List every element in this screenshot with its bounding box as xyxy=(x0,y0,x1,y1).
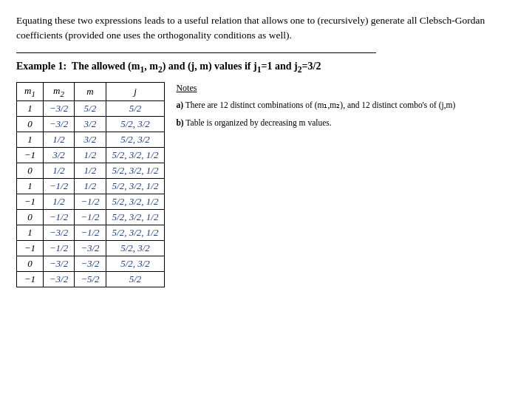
table-cell: 5/2 xyxy=(75,100,106,116)
table-cell: −3/2 xyxy=(43,225,74,240)
table-cell: 5/2, 3/2, 1/2 xyxy=(106,225,165,240)
cg-table: m1 m2 m j 1−3/25/25/20−3/23/25/2, 3/211/… xyxy=(16,82,165,287)
note-text: There are 12 distinct combinations of (m… xyxy=(185,100,456,109)
table-container: m1 m2 m j 1−3/25/25/20−3/23/25/2, 3/211/… xyxy=(16,82,165,287)
table-row: 11/23/25/2, 3/2 xyxy=(17,132,165,147)
table-cell: 3/2 xyxy=(43,147,74,163)
table-cell: 5/2 xyxy=(106,271,165,287)
table-row: 1−3/25/25/2 xyxy=(17,100,165,116)
table-cell: −1/2 xyxy=(75,194,106,209)
header-m: m xyxy=(75,82,106,100)
table-cell: 1/2 xyxy=(75,163,106,178)
example-label: Example 1: The allowed (m1, m2) and (j, … xyxy=(16,61,321,72)
note-text: Table is organized by decreasing m value… xyxy=(185,118,331,127)
note-item: b) Table is organized by decreasing m va… xyxy=(176,117,516,129)
table-cell: 3/2 xyxy=(75,132,106,147)
table-cell: 5/2, 3/2 xyxy=(106,240,165,256)
table-cell: 5/2, 3/2, 1/2 xyxy=(106,178,165,194)
intro-text: Equating these two expressions leads to … xyxy=(16,13,516,42)
table-row: 0−3/23/25/2, 3/2 xyxy=(17,116,165,132)
table-cell: 1/2 xyxy=(75,178,106,194)
table-cell: 0 xyxy=(17,256,44,271)
table-cell: −3/2 xyxy=(75,240,106,256)
table-cell: −1/2 xyxy=(75,209,106,225)
notes-section: Notes a) There are 12 distinct combinati… xyxy=(172,82,516,134)
header-m1: m1 xyxy=(17,82,44,100)
table-cell: 1 xyxy=(17,100,44,116)
table-cell: 5/2 xyxy=(106,100,165,116)
table-cell: −3/2 xyxy=(75,256,106,271)
table-cell: 0 xyxy=(17,116,44,132)
example-title: Example 1: The allowed (m1, m2) and (j, … xyxy=(16,61,516,75)
table-cell: 5/2, 3/2, 1/2 xyxy=(106,163,165,178)
table-cell: −1/2 xyxy=(43,240,74,256)
table-cell: −5/2 xyxy=(75,271,106,287)
header-j: j xyxy=(106,82,165,100)
header-m2: m2 xyxy=(43,82,74,100)
table-cell: −1 xyxy=(17,240,44,256)
table-cell: 5/2, 3/2 xyxy=(106,116,165,132)
note-label: b) xyxy=(176,118,183,127)
table-cell: 5/2, 3/2 xyxy=(106,256,165,271)
table-cell: −3/2 xyxy=(43,116,74,132)
table-cell: 1 xyxy=(17,132,44,147)
intro-paragraph: Equating these two expressions leads to … xyxy=(16,13,516,42)
table-row: 1−3/2−1/25/2, 3/2, 1/2 xyxy=(17,225,165,240)
table-row: 01/21/25/2, 3/2, 1/2 xyxy=(17,163,165,178)
table-row: −1−1/2−3/25/2, 3/2 xyxy=(17,240,165,256)
main-layout: m1 m2 m j 1−3/25/25/20−3/23/25/2, 3/211/… xyxy=(16,82,516,287)
table-cell: 0 xyxy=(17,163,44,178)
table-cell: 3/2 xyxy=(75,116,106,132)
table-cell: −1/2 xyxy=(43,209,74,225)
table-cell: 1/2 xyxy=(43,132,74,147)
table-row: 1−1/21/25/2, 3/2, 1/2 xyxy=(17,178,165,194)
table-row: −1−3/2−5/25/2 xyxy=(17,271,165,287)
table-cell: 5/2, 3/2, 1/2 xyxy=(106,209,165,225)
table-cell: 1/2 xyxy=(43,163,74,178)
table-cell: −1 xyxy=(17,271,44,287)
table-cell: −3/2 xyxy=(43,271,74,287)
table-cell: 5/2, 3/2, 1/2 xyxy=(106,194,165,209)
table-cell: −3/2 xyxy=(43,100,74,116)
table-row: −13/21/25/2, 3/2, 1/2 xyxy=(17,147,165,163)
table-cell: 1/2 xyxy=(75,147,106,163)
table-cell: 1 xyxy=(17,225,44,240)
table-row: 0−1/2−1/25/2, 3/2, 1/2 xyxy=(17,209,165,225)
note-label: a) xyxy=(176,100,183,109)
table-cell: 1/2 xyxy=(43,194,74,209)
table-row: 0−3/2−3/25/2, 3/2 xyxy=(17,256,165,271)
note-item: a) There are 12 distinct combinations of… xyxy=(176,99,516,111)
table-cell: −1/2 xyxy=(75,225,106,240)
notes-title: Notes xyxy=(176,82,516,95)
table-cell: −1 xyxy=(17,194,44,209)
table-cell: 5/2, 3/2, 1/2 xyxy=(106,147,165,163)
table-row: −11/2−1/25/2, 3/2, 1/2 xyxy=(17,194,165,209)
table-cell: −3/2 xyxy=(43,256,74,271)
table-cell: 0 xyxy=(17,209,44,225)
table-cell: −1 xyxy=(17,147,44,163)
table-cell: 5/2, 3/2 xyxy=(106,132,165,147)
table-cell: 1 xyxy=(17,178,44,194)
section-divider xyxy=(16,52,376,53)
table-cell: −1/2 xyxy=(43,178,74,194)
